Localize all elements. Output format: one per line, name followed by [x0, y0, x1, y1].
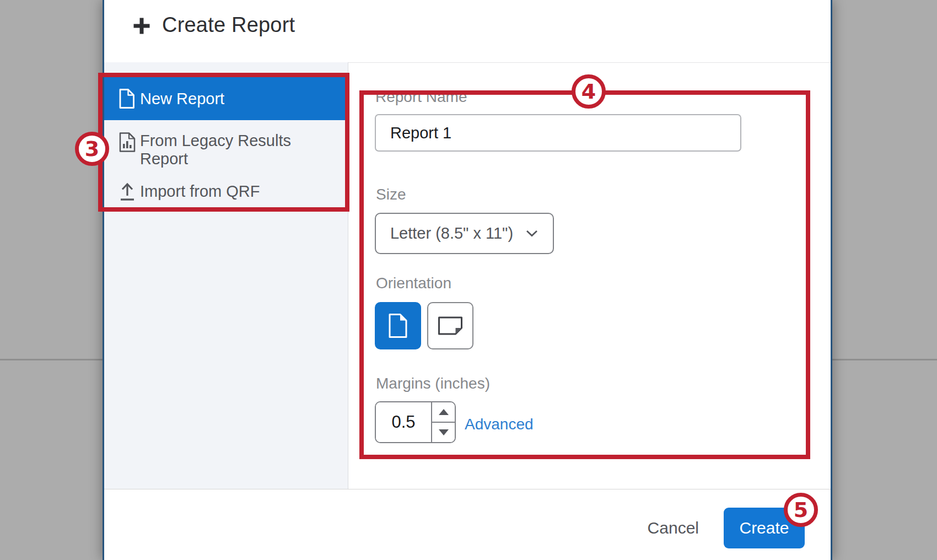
- annotation-box-3: [98, 73, 349, 212]
- annotation-callout-3: 3: [75, 132, 109, 166]
- annotation-callout-5: 5: [784, 493, 818, 527]
- screen-background: Create Report New Report: [0, 0, 937, 560]
- dialog-footer: Cancel Create: [104, 489, 831, 560]
- cancel-button[interactable]: Cancel: [648, 519, 699, 537]
- dialog-title: Create Report: [162, 12, 295, 37]
- annotation-callout-4: 4: [572, 74, 606, 109]
- plus-icon: [132, 17, 151, 35]
- dialog-header: Create Report: [104, 0, 831, 62]
- annotation-box-4: [359, 90, 810, 459]
